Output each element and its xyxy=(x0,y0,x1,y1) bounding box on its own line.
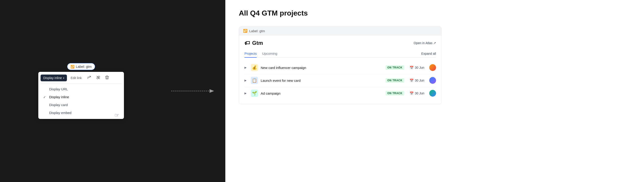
chevron-right-icon: ▶ xyxy=(244,66,248,69)
right-panel: All Q4 GTM projects 🔁 Label: gtm 🏷 Gtm O… xyxy=(225,0,644,182)
card-label-bar: 🔁 Label: gtm xyxy=(239,26,442,35)
projects-list: ▶ 💰 New card influencer campaign ON TRAC… xyxy=(244,61,436,100)
date-text-1: 30 Jun xyxy=(415,66,424,70)
cursor-icon: ☞ xyxy=(114,112,120,118)
label-chip-icon: 🔁 xyxy=(70,65,74,68)
dropdown-card-label: Display card xyxy=(49,103,68,107)
date-info-2: 📅 30 Jun xyxy=(410,78,424,82)
dropdown-embed-label: Display embed xyxy=(49,111,72,115)
left-panel: 🔁 Label: gtm Display inline ▾ Edit link xyxy=(0,0,162,182)
dropdown-menu: Display URL ✓ Display inline Display car… xyxy=(40,84,122,117)
toolbar-popup: Display inline ▾ Edit link xyxy=(38,72,124,119)
avatar-1 xyxy=(429,64,436,71)
inline-card: 🔁 Label: gtm 🏷 Gtm Open in Atlas ↗ Proje… xyxy=(239,26,442,104)
chevron-down-icon: ▾ xyxy=(63,77,64,79)
tabs-left: Projects Upcoming xyxy=(244,50,283,58)
expand-all-button[interactable]: Expand all xyxy=(421,52,436,56)
tab-projects[interactable]: Projects xyxy=(244,50,257,58)
table-row: ▶ 💰 New card influencer campaign ON TRAC… xyxy=(244,61,436,74)
transition-arrow xyxy=(171,86,216,96)
toolbar-row: Display inline ▾ Edit link xyxy=(40,74,122,82)
calendar-icon-2: 📅 xyxy=(410,78,414,82)
date-text-3: 30 Jun xyxy=(415,92,424,95)
chevron-right-icon: ▶ xyxy=(244,79,248,82)
tab-upcoming[interactable]: Upcoming xyxy=(262,50,278,58)
check-inline: ✓ xyxy=(43,95,47,99)
popup-container: 🔁 Label: gtm Display inline ▾ Edit link xyxy=(38,63,124,119)
project-name-3[interactable]: Ad campaign xyxy=(261,92,383,95)
delete-button[interactable] xyxy=(104,74,111,82)
unlink-icon xyxy=(96,76,100,80)
card-body: 🏷 Gtm Open in Atlas ↗ Projects Upcoming xyxy=(239,35,442,104)
check-embed xyxy=(43,111,47,115)
card-header: 🏷 Gtm Open in Atlas ↗ xyxy=(244,40,436,46)
date-info-1: 📅 30 Jun xyxy=(410,66,424,70)
card-tabs: Projects Upcoming Expand all xyxy=(244,50,436,58)
chevron-right-icon: ▶ xyxy=(244,92,248,95)
status-badge-3: ON TRACK xyxy=(386,91,404,96)
check-card xyxy=(43,103,47,107)
date-info-3: 📅 30 Jun xyxy=(410,92,424,95)
status-badge-1: ON TRACK xyxy=(386,65,404,70)
label-chip-text: Label: gtm xyxy=(76,65,92,68)
card-title-text: Gtm xyxy=(252,40,263,46)
external-link-button[interactable] xyxy=(86,74,93,82)
open-atlas-link[interactable]: Open in Atlas ↗ xyxy=(414,41,436,45)
project-icon-2: 📋 xyxy=(251,77,258,84)
table-row: ▶ 🌱 Ad campaign ON TRACK 📅 30 Jun xyxy=(244,87,436,100)
project-name-1[interactable]: New card influencer campaign xyxy=(261,66,383,70)
expand-all-label: Expand all xyxy=(421,52,436,56)
edit-link-button[interactable]: Edit link xyxy=(68,75,84,81)
external-link-icon xyxy=(87,76,91,80)
dropdown-item-inline[interactable]: ✓ Display inline xyxy=(40,93,122,101)
display-mode-label: Display inline xyxy=(43,76,62,80)
edit-link-label: Edit link xyxy=(70,76,82,80)
avatar-2 xyxy=(429,77,436,84)
card-title: 🏷 Gtm xyxy=(244,40,263,46)
unlink-button[interactable] xyxy=(94,74,102,82)
display-mode-button[interactable]: Display inline ▾ xyxy=(40,74,67,81)
dropdown-url-label: Display URL xyxy=(49,87,68,91)
page-title: All Q4 GTM projects xyxy=(239,9,630,17)
avatar-3 xyxy=(429,90,436,97)
dropdown-item-url[interactable]: Display URL xyxy=(40,85,122,93)
delete-icon xyxy=(105,76,109,80)
project-name-2[interactable]: Launch event for new card xyxy=(261,78,383,82)
label-chip[interactable]: 🔁 Label: gtm xyxy=(67,63,95,70)
project-icon-1: 💰 xyxy=(251,64,258,71)
arrow-container xyxy=(162,0,225,182)
calendar-icon-3: 📅 xyxy=(410,92,414,95)
status-badge-2: ON TRACK xyxy=(386,78,404,83)
card-label-text: Label: gtm xyxy=(249,29,265,33)
project-icon-3: 🌱 xyxy=(251,90,258,97)
dropdown-item-embed[interactable]: Display embed ☞ xyxy=(40,109,122,117)
dropdown-inline-label: Display inline xyxy=(49,95,69,99)
card-label-icon: 🔁 xyxy=(243,29,248,33)
check-url xyxy=(43,88,47,91)
table-row: ▶ 📋 Launch event for new card ON TRACK 📅… xyxy=(244,74,436,87)
tag-icon: 🏷 xyxy=(244,40,250,46)
dropdown-item-card[interactable]: Display card xyxy=(40,101,122,109)
date-text-2: 30 Jun xyxy=(415,78,424,82)
open-atlas-label: Open in Atlas ↗ xyxy=(414,41,436,45)
calendar-icon-1: 📅 xyxy=(410,66,414,70)
svg-marker-2 xyxy=(210,89,214,93)
